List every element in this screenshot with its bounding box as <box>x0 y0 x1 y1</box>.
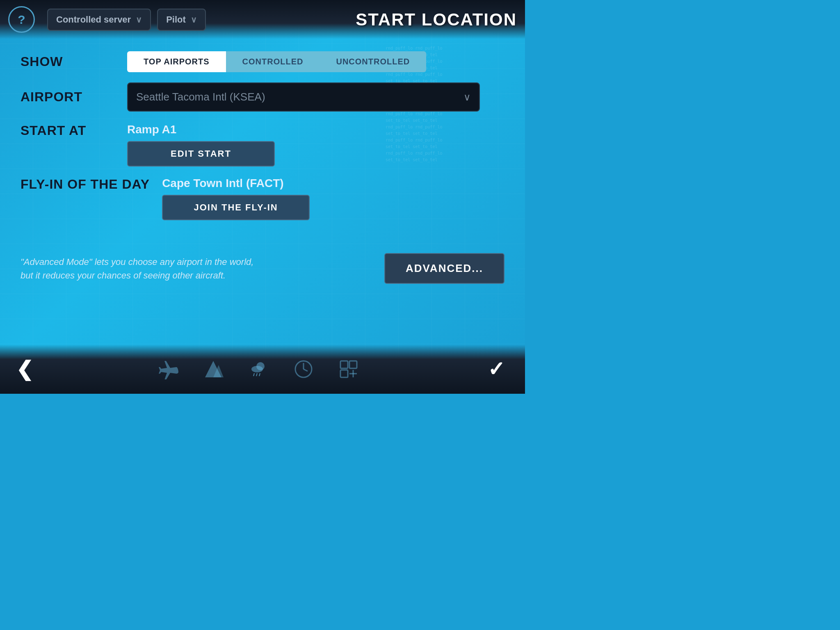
tab-top-airports[interactable]: TOP AIRPORTS <box>127 51 226 72</box>
mode-dropdown[interactable]: Pilot ∨ <box>157 9 206 31</box>
edit-start-button[interactable]: EDIT START <box>127 141 275 167</box>
airport-label: AIRPORT <box>21 89 115 105</box>
confirm-button[interactable]: ✓ <box>476 353 517 386</box>
tab-controlled[interactable]: CONTROLLED <box>226 51 320 72</box>
server-chevron-icon: ∨ <box>136 15 142 25</box>
back-icon: ❮ <box>16 357 33 381</box>
systems-icon <box>338 359 359 379</box>
systems-nav-icon[interactable] <box>338 359 359 379</box>
show-label: SHOW <box>21 54 115 69</box>
help-icon: ? <box>18 13 25 27</box>
main-content: SHOW TOP AIRPORTS CONTROLLED UNCONTROLLE… <box>0 39 525 237</box>
advanced-description: "Advanced Mode" lets you choose any airp… <box>21 255 258 282</box>
startat-label: START AT <box>21 123 115 138</box>
flyin-row: FLY-IN OF THE DAY Cape Town Intl (FACT) … <box>21 177 504 220</box>
terrain-nav-icon[interactable] <box>203 359 224 379</box>
advanced-row: "Advanced Mode" lets you choose any airp… <box>0 245 525 292</box>
time-icon <box>293 359 314 379</box>
show-tabs: TOP AIRPORTS CONTROLLED UNCONTROLLED <box>127 51 426 72</box>
svg-line-9 <box>304 369 308 371</box>
mode-label: Pilot <box>166 14 186 25</box>
bottom-nav: ❮ <box>0 345 525 394</box>
header: ? Controlled server ∨ Pilot ∨ START LOCA… <box>0 0 525 39</box>
airport-row: AIRPORT Seattle Tacoma Intl (KSEA) ∨ <box>21 82 504 112</box>
svg-line-6 <box>259 373 260 376</box>
airport-dropdown[interactable]: Seattle Tacoma Intl (KSEA) ∨ <box>127 82 480 112</box>
weather-icon <box>248 359 269 379</box>
time-nav-icon[interactable] <box>293 359 314 379</box>
svg-rect-11 <box>349 361 357 368</box>
join-flyin-button[interactable]: JOIN THE FLY-IN <box>162 195 310 220</box>
back-button[interactable]: ❮ <box>8 353 41 386</box>
svg-rect-10 <box>340 361 348 368</box>
show-row: SHOW TOP AIRPORTS CONTROLLED UNCONTROLLE… <box>21 51 504 72</box>
svg-rect-12 <box>340 370 348 377</box>
nav-icons <box>41 359 476 379</box>
advanced-button[interactable]: ADVANCED... <box>384 253 504 284</box>
header-controls: Controlled server ∨ Pilot ∨ <box>47 9 206 31</box>
flyin-content: Cape Town Intl (FACT) JOIN THE FLY-IN <box>162 177 310 220</box>
help-button[interactable]: ? <box>8 6 35 33</box>
svg-line-5 <box>256 373 257 376</box>
flyin-label: FLY-IN OF THE DAY <box>21 177 150 192</box>
page-title: START LOCATION <box>356 10 517 30</box>
mode-chevron-icon: ∨ <box>191 15 197 25</box>
terrain-icon <box>203 359 224 379</box>
svg-point-3 <box>251 366 263 372</box>
ramp-value: Ramp A1 <box>127 123 275 136</box>
confirm-icon: ✓ <box>488 357 505 381</box>
airplane-nav-icon[interactable] <box>158 359 178 379</box>
server-label: Controlled server <box>56 14 131 25</box>
startat-content: Ramp A1 EDIT START <box>127 123 275 167</box>
server-dropdown[interactable]: Controlled server ∨ <box>47 9 151 31</box>
airplane-icon <box>158 359 178 379</box>
svg-line-4 <box>253 373 254 376</box>
flyin-airport: Cape Town Intl (FACT) <box>162 177 310 190</box>
startat-row: START AT Ramp A1 EDIT START <box>21 123 504 167</box>
tab-uncontrolled[interactable]: UNCONTROLLED <box>320 51 426 72</box>
weather-nav-icon[interactable] <box>248 359 269 379</box>
airport-selected-value: Seattle Tacoma Intl (KSEA) <box>136 91 265 103</box>
airport-chevron-icon: ∨ <box>463 91 471 103</box>
